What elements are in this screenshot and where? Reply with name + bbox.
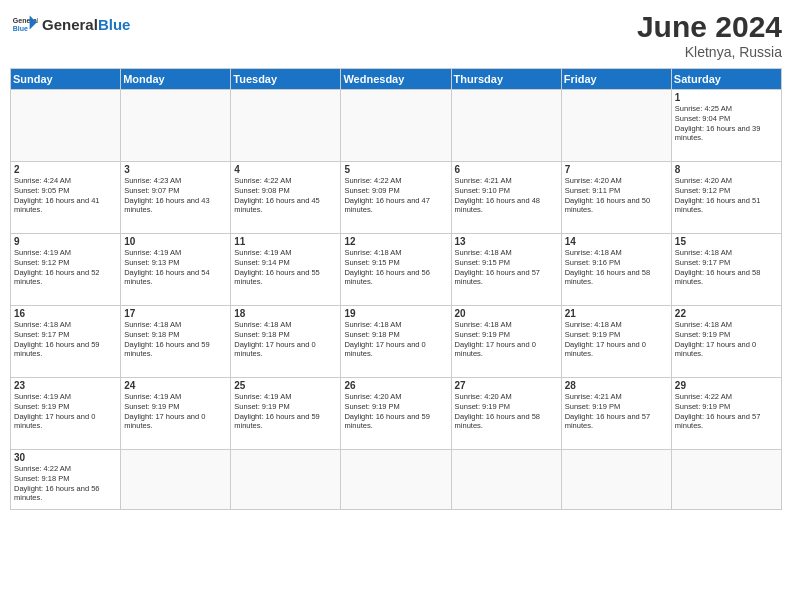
logo-icon: General Blue [10,10,38,38]
day-13: 13 Sunrise: 4:18 AM Sunset: 9:15 PM Dayl… [451,234,561,306]
day-17: 17 Sunrise: 4:18 AM Sunset: 9:18 PM Dayl… [121,306,231,378]
empty-cell [561,90,671,162]
empty-cell [121,90,231,162]
day-30: 30 Sunrise: 4:22 AM Sunset: 9:18 PM Dayl… [11,450,121,510]
header: General Blue GeneralBlue June 2024 Kletn… [10,10,782,60]
empty-cell [11,90,121,162]
table-row: 23 Sunrise: 4:19 AM Sunset: 9:19 PM Dayl… [11,378,782,450]
day-26: 26 Sunrise: 4:20 AM Sunset: 9:19 PM Dayl… [341,378,451,450]
day-20: 20 Sunrise: 4:18 AM Sunset: 9:19 PM Dayl… [451,306,561,378]
header-thursday: Thursday [451,69,561,90]
day-23: 23 Sunrise: 4:19 AM Sunset: 9:19 PM Dayl… [11,378,121,450]
day-22: 22 Sunrise: 4:18 AM Sunset: 9:19 PM Dayl… [671,306,781,378]
day-4: 4 Sunrise: 4:22 AM Sunset: 9:08 PM Dayli… [231,162,341,234]
day-19: 19 Sunrise: 4:18 AM Sunset: 9:18 PM Dayl… [341,306,451,378]
day-11: 11 Sunrise: 4:19 AM Sunset: 9:14 PM Dayl… [231,234,341,306]
logo-general: General [42,16,98,33]
empty-cell [451,450,561,510]
day-16: 16 Sunrise: 4:18 AM Sunset: 9:17 PM Dayl… [11,306,121,378]
table-row: 9 Sunrise: 4:19 AM Sunset: 9:12 PM Dayli… [11,234,782,306]
day-24: 24 Sunrise: 4:19 AM Sunset: 9:19 PM Dayl… [121,378,231,450]
empty-cell [561,450,671,510]
day-28: 28 Sunrise: 4:21 AM Sunset: 9:19 PM Dayl… [561,378,671,450]
empty-cell [231,90,341,162]
day-12: 12 Sunrise: 4:18 AM Sunset: 9:15 PM Dayl… [341,234,451,306]
day-21: 21 Sunrise: 4:18 AM Sunset: 9:19 PM Dayl… [561,306,671,378]
day-7: 7 Sunrise: 4:20 AM Sunset: 9:11 PM Dayli… [561,162,671,234]
day-3: 3 Sunrise: 4:23 AM Sunset: 9:07 PM Dayli… [121,162,231,234]
day-2: 2 Sunrise: 4:24 AM Sunset: 9:05 PM Dayli… [11,162,121,234]
empty-cell [341,90,451,162]
day-15: 15 Sunrise: 4:18 AM Sunset: 9:17 PM Dayl… [671,234,781,306]
month-title: June 2024 [637,10,782,44]
header-sunday: Sunday [11,69,121,90]
day-10: 10 Sunrise: 4:19 AM Sunset: 9:13 PM Dayl… [121,234,231,306]
empty-cell [451,90,561,162]
day-1: 1 Sunrise: 4:25 AM Sunset: 9:04 PM Dayli… [671,90,781,162]
table-row: 16 Sunrise: 4:18 AM Sunset: 9:17 PM Dayl… [11,306,782,378]
day-8: 8 Sunrise: 4:20 AM Sunset: 9:12 PM Dayli… [671,162,781,234]
header-monday: Monday [121,69,231,90]
day-18: 18 Sunrise: 4:18 AM Sunset: 9:18 PM Dayl… [231,306,341,378]
day-27: 27 Sunrise: 4:20 AM Sunset: 9:19 PM Dayl… [451,378,561,450]
location: Kletnya, Russia [637,44,782,60]
table-row: 1 Sunrise: 4:25 AM Sunset: 9:04 PM Dayli… [11,90,782,162]
logo: General Blue GeneralBlue [10,10,130,38]
day-6: 6 Sunrise: 4:21 AM Sunset: 9:10 PM Dayli… [451,162,561,234]
calendar: Sunday Monday Tuesday Wednesday Thursday… [10,68,782,510]
header-saturday: Saturday [671,69,781,90]
page: General Blue GeneralBlue June 2024 Kletn… [0,0,792,612]
table-row: 30 Sunrise: 4:22 AM Sunset: 9:18 PM Dayl… [11,450,782,510]
svg-text:Blue: Blue [13,25,28,32]
day-5: 5 Sunrise: 4:22 AM Sunset: 9:09 PM Dayli… [341,162,451,234]
header-wednesday: Wednesday [341,69,451,90]
day-14: 14 Sunrise: 4:18 AM Sunset: 9:16 PM Dayl… [561,234,671,306]
title-block: June 2024 Kletnya, Russia [637,10,782,60]
day-29: 29 Sunrise: 4:22 AM Sunset: 9:19 PM Dayl… [671,378,781,450]
empty-cell [121,450,231,510]
header-friday: Friday [561,69,671,90]
weekday-header-row: Sunday Monday Tuesday Wednesday Thursday… [11,69,782,90]
empty-cell [341,450,451,510]
logo-blue: Blue [98,16,131,33]
day-25: 25 Sunrise: 4:19 AM Sunset: 9:19 PM Dayl… [231,378,341,450]
day-9: 9 Sunrise: 4:19 AM Sunset: 9:12 PM Dayli… [11,234,121,306]
empty-cell [671,450,781,510]
table-row: 2 Sunrise: 4:24 AM Sunset: 9:05 PM Dayli… [11,162,782,234]
header-tuesday: Tuesday [231,69,341,90]
empty-cell [231,450,341,510]
